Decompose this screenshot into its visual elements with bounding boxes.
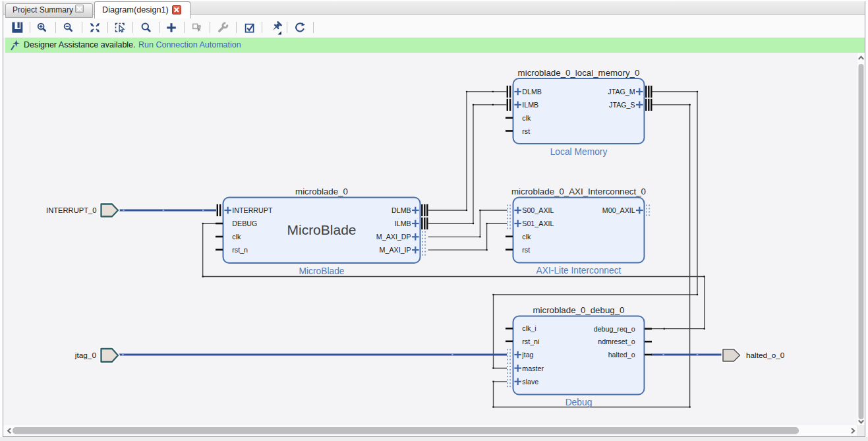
svg-text:ndmreset_o: ndmreset_o bbox=[598, 338, 635, 345]
svg-text:M_AXI_DP: M_AXI_DP bbox=[376, 233, 411, 241]
svg-text:rst_ni: rst_ni bbox=[522, 338, 539, 345]
svg-text:DEBUG: DEBUG bbox=[232, 220, 257, 227]
svg-text:ILMB: ILMB bbox=[522, 101, 538, 109]
svg-text:clk: clk bbox=[522, 233, 531, 241]
svg-text:MicroBlade: MicroBlade bbox=[299, 266, 344, 276]
svg-text:INTERRUPT: INTERRUPT bbox=[232, 206, 273, 214]
svg-text:Local Memory: Local Memory bbox=[550, 147, 608, 157]
svg-text:slave: slave bbox=[522, 378, 538, 386]
svg-text:clk: clk bbox=[522, 114, 531, 122]
svg-text:S00_AXIL: S00_AXIL bbox=[522, 206, 554, 214]
svg-text:master: master bbox=[522, 365, 544, 372]
svg-text:M_AXI_IP: M_AXI_IP bbox=[380, 246, 411, 254]
svg-text:rst_n: rst_n bbox=[232, 246, 248, 254]
svg-text:INTERRUPT_0: INTERRUPT_0 bbox=[46, 206, 96, 214]
svg-text:Debug: Debug bbox=[565, 397, 593, 407]
svg-text:AXI-Lite Interconnect: AXI-Lite Interconnect bbox=[536, 266, 622, 276]
svg-text:JTAG_M: JTAG_M bbox=[608, 88, 635, 96]
svg-text:jtag: jtag bbox=[521, 351, 533, 359]
svg-text:DLMB: DLMB bbox=[522, 88, 542, 96]
svg-text:halted_o: halted_o bbox=[608, 351, 635, 359]
svg-text:DLMB: DLMB bbox=[391, 206, 411, 214]
svg-text:rst: rst bbox=[522, 246, 530, 254]
svg-text:rst: rst bbox=[522, 127, 530, 135]
svg-text:debug_req_o: debug_req_o bbox=[594, 325, 635, 333]
svg-text:microblade_0_local_memory_0: microblade_0_local_memory_0 bbox=[518, 68, 640, 78]
svg-text:clk: clk bbox=[232, 233, 241, 241]
svg-text:MicroBlade: MicroBlade bbox=[287, 222, 356, 237]
svg-text:ILMB: ILMB bbox=[395, 220, 411, 227]
svg-text:JTAG_S: JTAG_S bbox=[609, 101, 635, 109]
svg-text:M00_AXIL: M00_AXIL bbox=[602, 206, 635, 214]
svg-text:S01_AXIL: S01_AXIL bbox=[522, 220, 554, 227]
svg-text:halted_o_0: halted_o_0 bbox=[746, 351, 785, 360]
svg-text:jtag_0: jtag_0 bbox=[74, 351, 97, 360]
svg-text:microblade_0: microblade_0 bbox=[295, 187, 348, 196]
svg-text:microblade_0_debug_0: microblade_0_debug_0 bbox=[533, 305, 625, 315]
svg-text:microblade_0_AXI_Interconnect_: microblade_0_AXI_Interconnect_0 bbox=[511, 187, 646, 196]
svg-text:clk_i: clk_i bbox=[522, 324, 536, 332]
